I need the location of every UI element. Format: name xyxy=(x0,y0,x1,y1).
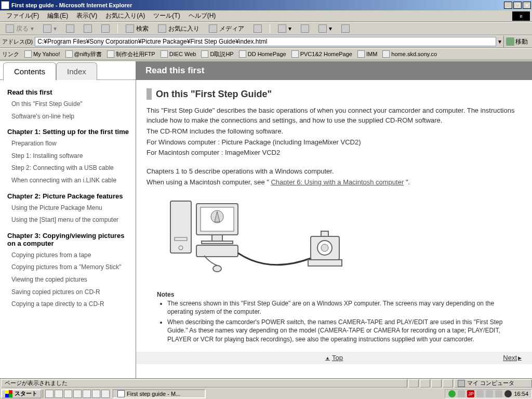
stop-icon xyxy=(66,24,74,33)
menu-help[interactable]: ヘルプ(H) xyxy=(184,10,220,21)
page-icon xyxy=(65,50,73,58)
tray-icon[interactable] xyxy=(476,390,484,397)
link-ftp[interactable]: 制作会社用FTP xyxy=(107,50,155,58)
link-nifty[interactable]: @nifty辞書 xyxy=(65,50,102,58)
tray-icon[interactable] xyxy=(495,390,502,397)
menu-edit[interactable]: 編集(E) xyxy=(43,10,72,21)
tray-icon[interactable] xyxy=(448,390,456,397)
page-icon xyxy=(107,50,114,58)
tab-contents[interactable]: Contents xyxy=(3,62,56,81)
search-button[interactable]: 検索 xyxy=(122,23,152,35)
toc-item[interactable]: When connecting with an i.LINK cable xyxy=(11,177,131,185)
quicklaunch-icon[interactable] xyxy=(45,390,54,398)
content-body[interactable]: On this "First Step Guide" This "First S… xyxy=(136,80,532,378)
content-header: Read this first xyxy=(136,61,532,80)
quicklaunch-icon[interactable] xyxy=(73,390,82,398)
print-button[interactable] xyxy=(297,23,313,34)
quicklaunch xyxy=(43,390,112,398)
menu-tools[interactable]: ツール(T) xyxy=(149,10,184,21)
toc-item[interactable]: Using the [Start] menu of the computer xyxy=(11,216,131,224)
menu-file[interactable]: ファイル(F) xyxy=(2,10,43,21)
favorites-button[interactable]: お気に入り xyxy=(154,23,203,35)
up-triangle-icon: ▲ xyxy=(325,355,330,361)
toc-item[interactable]: Copying pictures from a "Memory Stick" xyxy=(11,263,131,272)
next-link[interactable]: Next▶ xyxy=(503,354,522,362)
taskbar-button[interactable]: First step guide - M... xyxy=(112,389,206,398)
close-button[interactable]: ✕ xyxy=(523,2,531,9)
forward-icon xyxy=(43,24,51,33)
ie-icon xyxy=(1,1,9,9)
tab-index[interactable]: Index xyxy=(56,62,97,80)
go-button[interactable]: 移動 xyxy=(503,36,530,47)
tray-icon[interactable] xyxy=(458,390,465,397)
quicklaunch-icon[interactable] xyxy=(55,390,63,398)
table-of-contents[interactable]: Read this first On this "First Step Guid… xyxy=(0,80,136,378)
separator xyxy=(117,24,118,33)
media-button[interactable]: メディア xyxy=(205,23,248,35)
toc-heading[interactable]: Read this first xyxy=(7,88,131,96)
menu-view[interactable]: 表示(V) xyxy=(72,10,101,21)
address-input[interactable] xyxy=(35,37,496,46)
page-icon xyxy=(161,50,168,58)
svg-rect-0 xyxy=(170,201,191,253)
link-imm[interactable]: IMM xyxy=(357,50,377,58)
toc-item[interactable]: Step 1: Installing software xyxy=(11,152,131,161)
toc-item[interactable]: Software's on-line help xyxy=(11,113,131,121)
toc-item[interactable]: On this "First Step Guide" xyxy=(11,100,131,109)
top-link[interactable]: ▲Top xyxy=(325,354,343,362)
page-icon xyxy=(201,50,208,58)
links-label: リンク xyxy=(2,50,19,58)
notes-heading: Notes xyxy=(157,291,522,298)
history-button[interactable] xyxy=(250,23,265,34)
quicklaunch-icon[interactable] xyxy=(101,390,110,398)
svg-rect-13 xyxy=(308,260,342,266)
toc-item[interactable]: Step 2: Connecting with a USB cable xyxy=(11,164,131,172)
link-dd[interactable]: DD HomePage xyxy=(239,50,286,58)
link-my-yahoo[interactable]: My Yahoo! xyxy=(24,50,60,58)
toc-item[interactable]: Using the Picture Package Menu xyxy=(11,204,131,212)
section-title-text: On this "First Step Guide" xyxy=(156,89,272,100)
address-dropdown-icon[interactable]: ▾ xyxy=(498,38,501,45)
ime-icon[interactable]: JP xyxy=(467,390,474,397)
media-label: メディア xyxy=(219,24,244,33)
toc-item[interactable]: Copying a tape directly to a CD-R xyxy=(11,300,131,309)
discuss-button[interactable] xyxy=(338,23,353,34)
toc-heading[interactable]: Chapter 3: Copying/viewing pictures on a… xyxy=(7,232,131,247)
toc-item[interactable]: Viewing the copied pictures xyxy=(11,276,131,284)
toc-item[interactable]: Preparation flow xyxy=(11,140,131,148)
menu-favorites[interactable]: お気に入り(A) xyxy=(101,10,149,21)
svg-rect-6 xyxy=(212,235,222,241)
tray-icon[interactable] xyxy=(504,390,512,397)
search-icon xyxy=(126,24,134,33)
quicklaunch-icon[interactable] xyxy=(92,390,100,398)
tray-icon[interactable] xyxy=(486,390,493,397)
stop-button[interactable] xyxy=(62,23,78,34)
quicklaunch-icon[interactable] xyxy=(83,390,91,398)
toc-item[interactable]: Copying pictures from a tape xyxy=(11,251,131,260)
link-dhp[interactable]: D取説HP xyxy=(201,50,233,58)
back-button[interactable]: 戻る ▾ xyxy=(2,23,37,35)
window-title: First step guide - Microsoft Internet Ex… xyxy=(11,2,504,8)
clock[interactable]: 16:54 xyxy=(514,391,528,397)
link-pvc[interactable]: PVC1&2 HomePage xyxy=(291,50,352,58)
mail-button[interactable]: ▾ xyxy=(274,23,295,34)
toc-item[interactable]: Saving copied pictures on CD-R xyxy=(11,288,131,297)
back-icon xyxy=(6,24,14,33)
edit-button[interactable]: ▾ xyxy=(315,23,336,34)
link-skd[interactable]: home.skd.sony.co xyxy=(382,50,437,58)
quicklaunch-icon[interactable] xyxy=(64,390,72,398)
toc-heading[interactable]: Chapter 1: Setting up for the first time xyxy=(7,128,131,136)
link-diec[interactable]: DIEC Web xyxy=(161,50,196,58)
home-button[interactable] xyxy=(98,23,113,34)
minimize-button[interactable]: _ xyxy=(504,2,512,9)
chapter6-link[interactable]: Chapter 6: Using with a Macintosh comput… xyxy=(271,178,404,186)
paragraph: For Macintosh computer : ImageMixer VCD2 xyxy=(147,148,522,158)
menu-bar: ファイル(F) 編集(E) 表示(V) お気に入り(A) ツール(T) ヘルプ(… xyxy=(0,10,532,22)
back-label: 戻る xyxy=(16,24,29,33)
section-title: On this "First Step Guide" xyxy=(147,88,522,100)
toc-heading[interactable]: Chapter 2: Picture Package features xyxy=(7,192,131,200)
maximize-button[interactable]: ❐ xyxy=(513,2,522,9)
start-button[interactable]: スタート xyxy=(1,389,42,398)
forward-button[interactable]: ▾ xyxy=(39,23,60,34)
refresh-button[interactable] xyxy=(80,23,96,34)
